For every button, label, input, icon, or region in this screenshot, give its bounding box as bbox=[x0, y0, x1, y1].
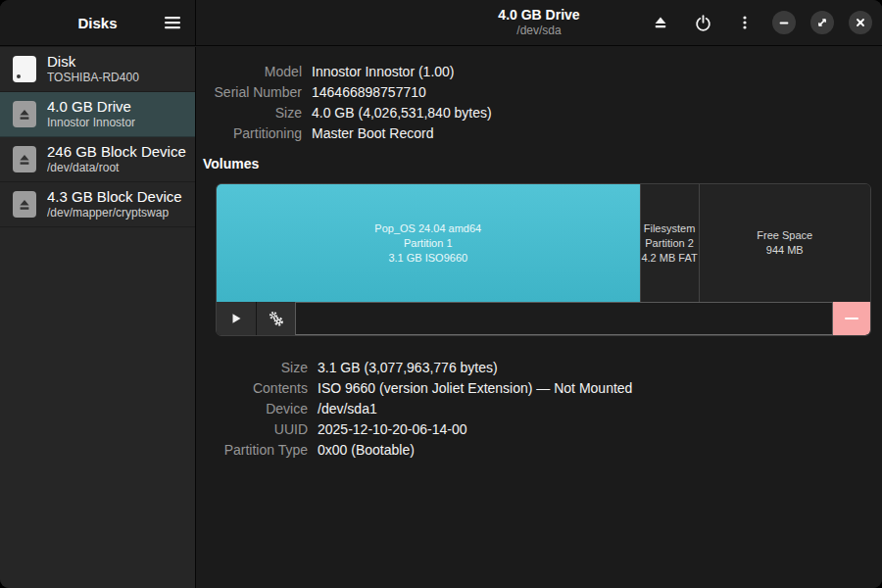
power-off-button[interactable] bbox=[690, 10, 715, 35]
minimize-button[interactable] bbox=[772, 11, 796, 34]
partition-number: Partition 2 bbox=[645, 236, 694, 251]
minimize-icon bbox=[778, 17, 790, 28]
partition-size-fs: 4.2 MB FAT bbox=[641, 251, 697, 266]
volumes-heading: Volumes bbox=[203, 156, 882, 172]
partition-size-fs: 3.1 GB ISO9660 bbox=[388, 251, 467, 266]
power-icon bbox=[695, 15, 711, 31]
info-value: /dev/sda1 bbox=[318, 401, 377, 416]
sidebar-item-subtitle: /dev/mapper/cryptswap bbox=[47, 206, 182, 220]
sidebar-item-subtitle: /dev/data/root bbox=[47, 161, 186, 175]
gears-icon bbox=[268, 311, 285, 327]
maximize-button[interactable] bbox=[810, 11, 834, 34]
partition-1-block[interactable]: Pop_OS 24.04 amd64 Partition 1 3.1 GB IS… bbox=[217, 184, 640, 302]
volumes-widget: Pop_OS 24.04 amd64 Partition 1 3.1 GB IS… bbox=[216, 183, 871, 336]
info-label: Size bbox=[209, 360, 308, 375]
sidebar-item-disk[interactable]: Disk TOSHIBA-RD400 bbox=[0, 47, 195, 92]
sidebar-item-4gb-drive[interactable]: 4.0 GB Drive Innostor Innostor bbox=[0, 92, 195, 137]
info-label: Contents bbox=[209, 380, 308, 396]
free-space-size: 944 MB bbox=[766, 243, 804, 258]
partition-map: Pop_OS 24.04 amd64 Partition 1 3.1 GB IS… bbox=[217, 184, 870, 302]
partition-2-block[interactable]: Filesystem Partition 2 4.2 MB FAT bbox=[640, 184, 699, 302]
main-header: 4.0 GB Drive /dev/sda bbox=[196, 0, 882, 45]
info-value: 0x00 (Bootable) bbox=[318, 442, 415, 458]
app-menu-button[interactable] bbox=[158, 8, 187, 37]
removable-drive-icon bbox=[13, 101, 36, 127]
info-row-volume-size: Size 3.1 GB (3,077,963,776 bytes) bbox=[209, 357, 632, 377]
info-label: Partition Type bbox=[209, 442, 308, 458]
titlebar: Disks 4.0 GB Drive /dev/sda bbox=[0, 0, 882, 46]
minus-icon bbox=[845, 318, 858, 320]
info-value: 2025-12-10-20-06-14-00 bbox=[318, 421, 467, 437]
info-label: UUID bbox=[209, 421, 308, 437]
info-row-size: Size 4.0 GB (4,026,531,840 bytes) bbox=[203, 102, 882, 122]
info-label: Partitioning bbox=[203, 125, 302, 141]
info-row-contents: Contents ISO 9660 (version Joliet Extens… bbox=[209, 377, 632, 398]
info-value: Master Boot Record bbox=[312, 125, 434, 141]
info-label: Serial Number bbox=[203, 84, 302, 100]
close-button[interactable] bbox=[849, 11, 872, 34]
hard-disk-icon bbox=[13, 56, 36, 82]
sidebar-item-subtitle: TOSHIBA-RD400 bbox=[47, 71, 139, 85]
drive-info-grid: Model Innostor Innostor (1.00) Serial Nu… bbox=[203, 61, 882, 143]
play-icon bbox=[229, 312, 243, 325]
info-row-uuid: UUID 2025-12-10-20-06-14-00 bbox=[209, 418, 632, 439]
menu-dots-icon bbox=[737, 15, 753, 30]
removable-drive-icon bbox=[13, 146, 36, 172]
sidebar-item-title: 4.3 GB Block Device bbox=[47, 188, 182, 206]
info-value: 3.1 GB (3,077,963,776 bytes) bbox=[318, 360, 498, 375]
drive-detail-pane: Model Innostor Innostor (1.00) Serial Nu… bbox=[197, 47, 882, 588]
info-value: Innostor Innostor (1.00) bbox=[312, 64, 455, 79]
delete-partition-button[interactable] bbox=[833, 302, 870, 335]
partition-number: Partition 1 bbox=[404, 236, 453, 251]
sidebar-item-subtitle: Innostor Innostor bbox=[47, 116, 135, 130]
partition-label: Filesystem bbox=[644, 221, 696, 236]
hamburger-icon bbox=[164, 16, 181, 29]
disks-app-window: Disks 4.0 GB Drive /dev/sda bbox=[0, 0, 882, 588]
volume-toolbar bbox=[217, 302, 870, 335]
eject-icon bbox=[653, 15, 668, 30]
toolbar-spacer bbox=[295, 302, 833, 335]
drive-title: 4.0 GB Drive bbox=[498, 7, 579, 24]
sidebar-item-title: 246 GB Block Device bbox=[47, 143, 186, 161]
sidebar-item-title: 4.0 GB Drive bbox=[47, 98, 135, 116]
info-value: 146466898757710 bbox=[312, 84, 426, 100]
sidebar-item-4.3gb-block-device[interactable]: 4.3 GB Block Device /dev/mapper/cryptswa… bbox=[0, 182, 195, 227]
header-actions bbox=[648, 0, 872, 45]
info-value: 4.0 GB (4,026,531,840 bytes) bbox=[312, 105, 492, 121]
free-space-block[interactable]: Free Space 944 MB bbox=[699, 184, 870, 302]
info-row-device: Device /dev/sda1 bbox=[209, 398, 632, 418]
mount-volume-button[interactable] bbox=[217, 302, 256, 335]
partition-label: Pop_OS 24.04 amd64 bbox=[374, 221, 481, 236]
drive-menu-button[interactable] bbox=[732, 10, 758, 35]
sidebar-header: Disks bbox=[0, 0, 196, 45]
info-value: ISO 9660 (version Joliet Extension) — No… bbox=[318, 380, 632, 396]
sidebar-item-246gb-block-device[interactable]: 246 GB Block Device /dev/data/root bbox=[0, 137, 195, 182]
drive-device-path: /dev/sda bbox=[516, 24, 561, 38]
info-row-partitioning: Partitioning Master Boot Record bbox=[203, 122, 882, 143]
free-space-label: Free Space bbox=[757, 228, 812, 243]
info-row-partition-type: Partition Type 0x00 (Bootable) bbox=[209, 439, 632, 460]
sidebar-item-title: Disk bbox=[47, 53, 139, 71]
volume-options-button[interactable] bbox=[256, 302, 295, 335]
maximize-icon bbox=[816, 17, 828, 28]
eject-button[interactable] bbox=[648, 10, 673, 35]
volume-info-grid: Size 3.1 GB (3,077,963,776 bytes) Conten… bbox=[209, 357, 632, 460]
info-label: Device bbox=[209, 401, 308, 416]
close-icon bbox=[855, 17, 866, 28]
info-row-model: Model Innostor Innostor (1.00) bbox=[203, 61, 882, 81]
removable-drive-icon bbox=[13, 191, 36, 218]
info-label: Model bbox=[203, 64, 302, 79]
device-sidebar: Disk TOSHIBA-RD400 4.0 GB Drive Innostor… bbox=[0, 47, 196, 588]
info-row-serial: Serial Number 146466898757710 bbox=[203, 81, 882, 102]
info-label: Size bbox=[203, 105, 302, 121]
